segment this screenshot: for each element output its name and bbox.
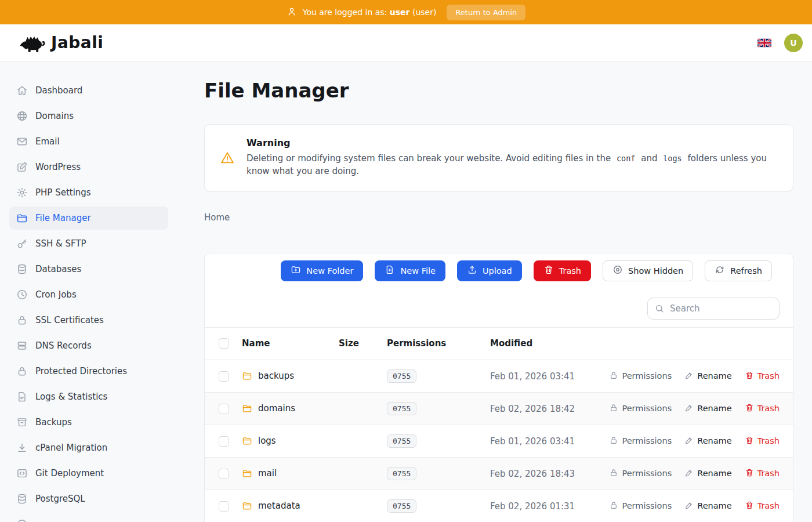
sidebar-item-label: Logs & Statistics (35, 392, 107, 402)
row-rename-button[interactable]: Rename (684, 403, 731, 414)
row-permissions-button[interactable]: Permissions (609, 371, 672, 382)
row-rename-button[interactable]: Rename (684, 436, 731, 447)
search-input[interactable] (647, 298, 780, 320)
row-trash-button[interactable]: Trash (745, 371, 780, 382)
row-trash-button[interactable]: Trash (745, 501, 780, 512)
sidebar-item-label: PostgreSQL (35, 494, 85, 504)
key-icon (16, 238, 28, 249)
folder-icon (242, 371, 252, 381)
breadcrumb-home-link[interactable]: Home (204, 212, 230, 223)
row-checkbox[interactable] (219, 404, 229, 414)
new-folder-button[interactable]: New Folder (281, 260, 363, 281)
sidebar-item-backups[interactable]: Backups (9, 411, 168, 434)
files-table-header-row: Name Size Permissions Modified (205, 327, 793, 360)
file-toolbar: New Folder New File Upload Trash Show Hi… (205, 260, 793, 281)
impersonation-bar: You are logged in as: user (user) Return… (0, 0, 812, 24)
row-checkbox[interactable] (219, 436, 229, 447)
sidebar-item-databases[interactable]: Databases (9, 258, 168, 281)
sidebar-item-label: WordPress (35, 162, 81, 172)
trash-button[interactable]: Trash (534, 260, 591, 281)
sidebar-item-dashboard[interactable]: Dashboard (9, 79, 168, 102)
logged-in-role: (user) (412, 8, 436, 17)
row-permissions-button[interactable]: Permissions (609, 468, 672, 479)
eye-icon (612, 264, 623, 277)
row-trash-button[interactable]: Trash (745, 403, 780, 414)
warning-icon (220, 150, 235, 165)
folder-icon (242, 403, 252, 414)
sidebar-item-17[interactable] (9, 513, 168, 522)
row-rename-button[interactable]: Rename (684, 501, 731, 512)
sidebar-item-git-deployment[interactable]: Git Deployment (9, 462, 168, 485)
folder-name-link[interactable]: metadata (258, 501, 300, 511)
return-to-admin-button[interactable]: Return to Admin (447, 5, 525, 20)
sidebar-item-ssh-sftp[interactable]: SSH & SFTP (9, 232, 168, 255)
edit-icon (16, 161, 28, 173)
column-header-name: Name (242, 327, 339, 360)
sidebar-item-label: Cron Jobs (35, 289, 77, 300)
code-icon (16, 467, 28, 479)
language-flag-icon[interactable] (757, 38, 771, 48)
sidebar-item-email[interactable]: Email (9, 130, 168, 153)
row-rename-button[interactable]: Rename (684, 468, 731, 479)
lock-icon (16, 314, 28, 326)
file-row-metadata: metadata 0755 Feb 02, 2026 01:31 (205, 490, 793, 522)
database-icon (16, 493, 28, 505)
row-permissions-button[interactable]: Permissions (609, 436, 672, 447)
row-permissions-button[interactable]: Permissions (609, 501, 672, 512)
pencil-icon (684, 501, 694, 512)
sidebar-item-domains[interactable]: Domains (9, 104, 168, 128)
modified-date: Feb 02, 2026 18:42 (490, 404, 575, 414)
sidebar-item-postgresql[interactable]: PostgreSQL (9, 487, 168, 510)
upload-button[interactable]: Upload (457, 260, 522, 281)
sidebar-item-file-manager[interactable]: File Manager (9, 206, 168, 230)
sidebar-item-ssl-certificates[interactable]: SSL Certificates (9, 309, 168, 332)
folder-name-link[interactable]: domains (258, 403, 295, 414)
modified-date: Feb 01, 2026 03:41 (490, 436, 575, 447)
folder-icon (242, 501, 252, 511)
column-header-size: Size (339, 327, 387, 360)
new-file-button[interactable]: New File (375, 260, 445, 281)
row-checkbox[interactable] (219, 501, 229, 512)
sidebar-item-label: Backups (35, 417, 72, 427)
warning-alert: Warning Deleting or modifying system fil… (204, 124, 793, 191)
trash-icon (543, 264, 554, 277)
permissions-badge: 0755 (387, 369, 416, 383)
file-row-backups: backups 0755 Feb 01, 2026 03:41 P (205, 360, 793, 392)
brand-logo[interactable]: Jabali (19, 33, 103, 53)
row-trash-button[interactable]: Trash (745, 468, 780, 479)
sidebar-item-cpanel-migration[interactable]: cPanel Migration (9, 436, 168, 459)
sidebar-item-label: Email (35, 136, 60, 147)
sidebar-item-protected-directories[interactable]: Protected Directories (9, 360, 168, 383)
select-all-checkbox[interactable] (219, 338, 229, 349)
permissions-badge: 0755 (387, 467, 416, 480)
search-box (647, 298, 780, 320)
sidebar-item-wordpress[interactable]: WordPress (9, 155, 168, 179)
sidebar-item-label: SSH & SFTP (35, 238, 86, 249)
row-permissions-button[interactable]: Permissions (609, 403, 672, 414)
refresh-button[interactable]: Refresh (705, 260, 772, 281)
sidebar-item-dns-records[interactable]: DNS Records (9, 334, 168, 357)
sidebar-item-logs-statistics[interactable]: Logs & Statistics (9, 385, 168, 408)
column-header-permissions: Permissions (387, 327, 490, 360)
folder-name-link[interactable]: logs (258, 436, 276, 446)
trash-icon (745, 436, 754, 447)
row-rename-button[interactable]: Rename (684, 371, 731, 382)
folder-name-link[interactable]: mail (258, 468, 277, 478)
file-manager-panel: New Folder New File Upload Trash Show Hi… (204, 253, 793, 522)
row-checkbox[interactable] (219, 469, 229, 479)
permissions-badge: 0755 (387, 499, 416, 513)
show-hidden-button[interactable]: Show Hidden (603, 260, 693, 281)
trash-icon (745, 403, 754, 414)
user-avatar[interactable]: U (784, 34, 803, 52)
sidebar-item-php-settings[interactable]: PHP Settings (9, 181, 168, 204)
mail-icon (16, 136, 28, 147)
row-checkbox[interactable] (219, 371, 229, 382)
row-trash-button[interactable]: Trash (745, 436, 780, 447)
pencil-icon (684, 371, 694, 382)
sidebar-item-cron-jobs[interactable]: Cron Jobs (9, 283, 168, 306)
modified-date: Feb 02, 2026 01:31 (490, 501, 575, 512)
archive-icon (16, 416, 28, 428)
file-plus-icon (385, 264, 395, 277)
sidebar-item-label: Domains (35, 111, 74, 121)
folder-name-link[interactable]: backups (258, 371, 294, 381)
